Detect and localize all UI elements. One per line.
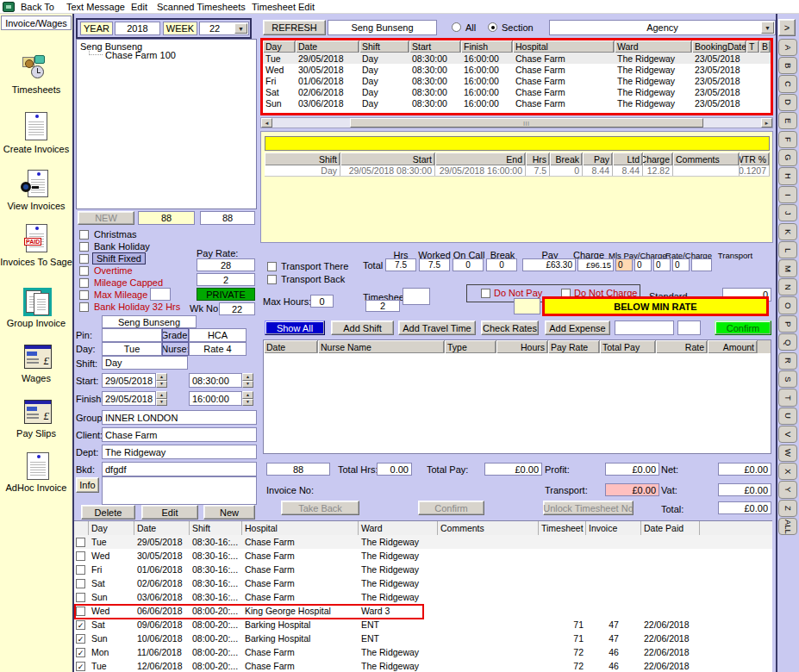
alphabet-button-a[interactable]: A: [778, 39, 797, 56]
column-header[interactable]: Pay: [583, 152, 613, 165]
column-header[interactable]: Ltd: [613, 152, 643, 165]
radio-all[interactable]: [452, 22, 461, 32]
app-icon[interactable]: [3, 2, 15, 12]
grade-field[interactable]: HCA: [189, 328, 247, 342]
tree-child[interactable]: Chase Farm 100: [105, 50, 176, 60]
alphabet-button-c[interactable]: C: [778, 75, 797, 92]
alphabet-button-b[interactable]: B: [778, 57, 797, 74]
sidebar-item-group-invoice[interactable]: Group Invoice: [0, 287, 72, 328]
table-row[interactable]: ✓Mon11/06/201808:00-20:...Chase FarmThe …: [74, 645, 772, 659]
column-header[interactable]: Date: [296, 40, 359, 53]
christmas-checkbox[interactable]: [79, 230, 89, 240]
alphabet-button-all[interactable]: ALL: [778, 518, 797, 535]
row-checkbox-checked[interactable]: ✓: [74, 618, 89, 632]
sidebar-tab-invoice-wages[interactable]: Invoice/Wages: [1, 16, 72, 30]
column-header[interactable]: Shift: [265, 152, 340, 165]
confirm-timesheet-button[interactable]: Confirm: [418, 501, 484, 515]
column-header[interactable]: Hrs: [526, 152, 550, 165]
row-checkbox-checked[interactable]: ✓: [74, 645, 89, 659]
do-not-pay-checkbox[interactable]: [481, 289, 490, 298]
rate-pay-box[interactable]: 0: [653, 258, 671, 271]
wkno-input[interactable]: 22: [219, 302, 255, 315]
column-header[interactable]: Day: [263, 40, 296, 53]
expense-input-2[interactable]: [677, 320, 701, 335]
table-row[interactable]: Sun03/06/2018Day08:30:0016:00:00Chase Fa…: [263, 97, 771, 109]
alphabet-button-j[interactable]: J: [778, 204, 797, 221]
scrollbar-thumb[interactable]: |||: [350, 118, 703, 128]
table-row[interactable]: Fri01/06/2018Day08:30:0016:00:00Chase Fa…: [263, 75, 771, 86]
sidebar-item-wages[interactable]: £ Wages: [0, 342, 72, 383]
nurse-name-input[interactable]: Seng Bunseng: [328, 20, 437, 35]
start-date-spinner[interactable]: ▲▼: [156, 373, 167, 388]
column-header[interactable]: Hospital: [242, 521, 359, 535]
pay-rate2-input[interactable]: 2: [197, 273, 255, 286]
group-field[interactable]: INNER LONDON: [102, 410, 257, 425]
table-row[interactable]: ✓Sat09/06/201808:00-20:...Barking Hospit…: [74, 618, 772, 632]
alphabet-button-d[interactable]: D: [778, 94, 797, 111]
column-header[interactable]: Comments: [673, 152, 740, 165]
mls-charge-box[interactable]: 0: [634, 258, 652, 271]
table-row[interactable]: Wed30/05/2018Day08:30:0016:00:00Chase Fa…: [263, 64, 771, 75]
row-checkbox[interactable]: [74, 590, 89, 604]
detail-name-field[interactable]: Seng Bunseng: [102, 315, 197, 328]
expense-input-1[interactable]: [615, 320, 674, 335]
row-checkbox[interactable]: [74, 604, 89, 618]
radio-section[interactable]: [488, 22, 497, 32]
bkd-field[interactable]: dfgdf: [102, 462, 257, 476]
bank-holiday-32-checkbox[interactable]: [79, 302, 89, 312]
show-all-button[interactable]: Show All: [265, 320, 325, 335]
add-shift-button[interactable]: Add Shift: [331, 320, 394, 335]
column-header[interactable]: Shift: [359, 40, 409, 53]
table-row[interactable]: Day29/05/2018 08:30:0029/05/2018 16:00:0…: [265, 165, 770, 177]
column-header[interactable]: Type: [445, 340, 496, 353]
menu-scanned-timesheets[interactable]: Scanned Timesheets: [157, 1, 246, 13]
alphabet-button-s[interactable]: S: [778, 370, 797, 388]
alphabet-button-q[interactable]: Q: [778, 333, 797, 351]
table-row[interactable]: Tue29/05/201808:30-16:...Chase FarmThe R…: [74, 535, 772, 549]
column-header[interactable]: Hours: [496, 340, 548, 353]
pin-input[interactable]: [102, 328, 162, 342]
start-date-input[interactable]: 29/05/2018: [102, 373, 156, 388]
column-header[interactable]: Hospital: [513, 40, 615, 53]
column-header[interactable]: Finish: [461, 40, 513, 53]
week-select[interactable]: 22 ▼: [199, 22, 249, 35]
alphabet-button-h[interactable]: H: [778, 167, 797, 184]
shift-field[interactable]: Day: [102, 356, 188, 370]
column-header[interactable]: Invoice: [586, 521, 641, 535]
mileage-capped-checkbox[interactable]: [79, 278, 89, 288]
transport-there-checkbox[interactable]: [267, 262, 277, 271]
shift-fixed-checkbox[interactable]: [79, 254, 89, 264]
delete-button[interactable]: Delete: [81, 505, 135, 520]
finish-time-spinner[interactable]: ▲▼: [242, 391, 253, 406]
alphabet-button-y[interactable]: Y: [778, 481, 797, 498]
menu-timesheet-edit[interactable]: Timesheet Edit: [252, 1, 315, 13]
take-back-button[interactable]: Take Back: [281, 501, 359, 515]
agency-select[interactable]: Agency ▼: [549, 20, 776, 35]
row-checkbox[interactable]: [74, 563, 89, 576]
table-row[interactable]: Wed06/06/201808:00-20:...King George Hos…: [74, 604, 772, 618]
table-row[interactable]: Wed30/05/201808:30-16:...Chase FarmThe R…: [74, 549, 772, 563]
menu-text-message[interactable]: Text Message: [66, 1, 125, 13]
finish-date-spinner[interactable]: ▲▼: [156, 391, 167, 406]
column-header[interactable]: Charge: [643, 152, 673, 165]
alphabet-button-m[interactable]: M: [778, 259, 797, 277]
add-expense-button[interactable]: Add Expense: [545, 320, 610, 335]
pay-rate-input[interactable]: 28: [197, 258, 255, 271]
transport-back-checkbox[interactable]: [267, 275, 277, 284]
alphabet-button-o[interactable]: O: [778, 296, 797, 314]
table-row[interactable]: Fri01/06/201808:30-16:...Chase FarmThe R…: [74, 563, 772, 576]
sidebar-item-timesheets[interactable]: Timesheets: [0, 53, 72, 95]
client-field[interactable]: Chase Farm: [102, 427, 257, 442]
column-header[interactable]: Shift: [190, 521, 242, 535]
table-row[interactable]: Tue29/05/2018Day08:30:0016:00:00Chase Fa…: [263, 53, 771, 64]
column-header[interactable]: Ward: [615, 40, 692, 53]
overtime-checkbox[interactable]: [79, 266, 89, 276]
alphabet-button-v[interactable]: V: [778, 426, 797, 443]
alphabet-button-w[interactable]: W: [778, 445, 797, 462]
sidebar-item-adhoc-invoice[interactable]: AdHoc Invoice: [0, 451, 72, 493]
sidebar-item-view-invoices[interactable]: View Invoices: [0, 170, 72, 211]
column-header[interactable]: BookingDate: [692, 40, 746, 53]
mls-pay-box[interactable]: 0: [615, 258, 633, 271]
table-row[interactable]: Sat02/06/2018Day08:30:0016:00:00Chase Fa…: [263, 86, 771, 97]
alphabet-button-n[interactable]: N: [778, 278, 797, 296]
